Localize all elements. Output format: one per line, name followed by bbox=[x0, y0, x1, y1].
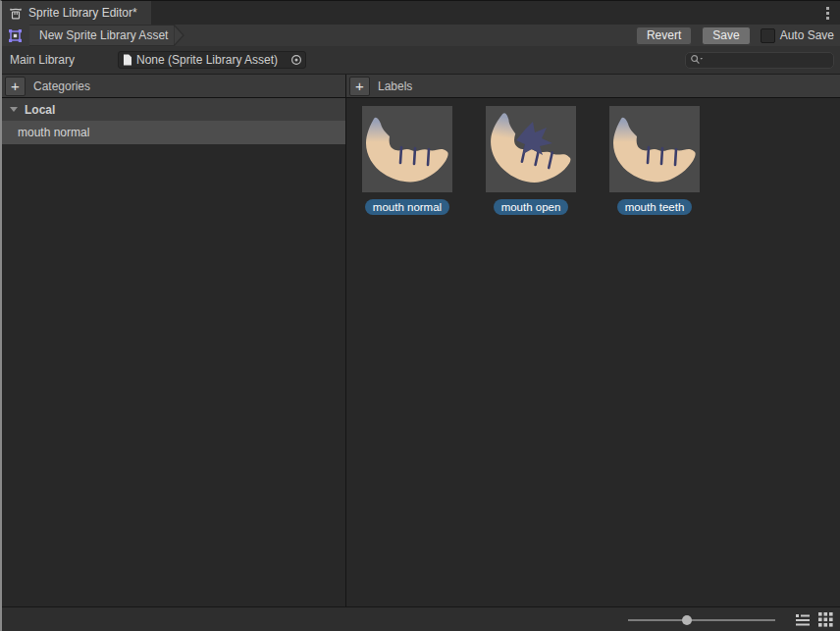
sprite-thumbnail-mouth-open bbox=[486, 106, 576, 192]
category-item-mouth-normal[interactable]: mouth normal bbox=[2, 121, 345, 144]
add-label-button[interactable]: + bbox=[349, 77, 370, 96]
categories-panel: + Categories Local mouth normal bbox=[2, 75, 346, 606]
object-field-value: None (Sprite Library Asset) bbox=[136, 53, 287, 67]
main-library-label: Main Library bbox=[10, 53, 118, 67]
revert-button[interactable]: Revert bbox=[636, 26, 692, 45]
sprite-library-asset-icon bbox=[7, 27, 24, 44]
plus-icon: + bbox=[11, 79, 20, 92]
local-foldout-label: Local bbox=[25, 103, 55, 117]
tab-bar: Sprite Library Editor* bbox=[2, 1, 840, 25]
categories-header-label: Categories bbox=[33, 79, 90, 93]
sprite-library-editor-window: Sprite Library Editor* New Sprite Librar… bbox=[0, 0, 840, 631]
main-library-row: Main Library None (Sprite Library Asset) bbox=[2, 46, 840, 75]
categories-header: + Categories bbox=[2, 75, 345, 98]
breadcrumb-toolbar: New Sprite Library Asset Revert Save Aut… bbox=[2, 25, 840, 46]
foldout-arrow-icon bbox=[10, 107, 18, 112]
asset-doc-icon bbox=[123, 54, 132, 66]
sprite-thumbnail-mouth-normal bbox=[362, 106, 452, 192]
breadcrumb-label: New Sprite Library Asset bbox=[29, 25, 174, 46]
list-view-icon[interactable] bbox=[795, 613, 811, 627]
object-picker-icon[interactable] bbox=[290, 54, 302, 66]
labels-grid: mouth normal mouth open mouth teeth bbox=[346, 98, 840, 215]
sprite-thumbnail-mouth-teeth bbox=[609, 106, 700, 192]
tab-title: Sprite Library Editor* bbox=[28, 6, 137, 20]
tab-sprite-library-editor[interactable]: Sprite Library Editor* bbox=[2, 1, 151, 25]
labels-panel: + Labels mouth normal mouth open bbox=[346, 75, 840, 606]
breadcrumb-chevron-icon bbox=[174, 25, 185, 46]
category-item-label: mouth normal bbox=[18, 126, 89, 139]
label-pill: mouth normal bbox=[365, 199, 449, 215]
label-pill: mouth open bbox=[494, 199, 569, 215]
sprite-library-window-icon bbox=[9, 6, 23, 20]
kebab-menu-icon[interactable] bbox=[816, 1, 838, 25]
search-icon bbox=[690, 54, 704, 66]
labels-header: + Labels bbox=[346, 75, 840, 98]
zoom-slider-thumb[interactable] bbox=[682, 615, 692, 625]
auto-save-checkbox[interactable] bbox=[761, 28, 775, 43]
label-cell-mouth-teeth[interactable]: mouth teeth bbox=[609, 106, 700, 215]
label-cell-mouth-open[interactable]: mouth open bbox=[486, 106, 576, 215]
local-foldout[interactable]: Local bbox=[2, 98, 345, 121]
save-button[interactable]: Save bbox=[702, 26, 750, 45]
label-pill: mouth teeth bbox=[617, 199, 693, 215]
plus-icon: + bbox=[355, 79, 364, 92]
editor-panels: + Categories Local mouth normal + Labels bbox=[2, 75, 840, 606]
label-cell-mouth-normal[interactable]: mouth normal bbox=[362, 106, 452, 215]
search-input[interactable] bbox=[685, 52, 834, 69]
main-library-object-field[interactable]: None (Sprite Library Asset) bbox=[118, 51, 306, 69]
thumbnail-zoom-slider[interactable] bbox=[628, 614, 775, 626]
breadcrumb[interactable]: New Sprite Library Asset bbox=[29, 25, 185, 46]
grid-view-icon[interactable] bbox=[818, 612, 833, 627]
add-category-button[interactable]: + bbox=[5, 77, 26, 96]
labels-header-label: Labels bbox=[378, 79, 412, 93]
slider-track bbox=[628, 619, 775, 621]
auto-save-label: Auto Save bbox=[780, 28, 834, 42]
footer-bar bbox=[2, 606, 840, 631]
